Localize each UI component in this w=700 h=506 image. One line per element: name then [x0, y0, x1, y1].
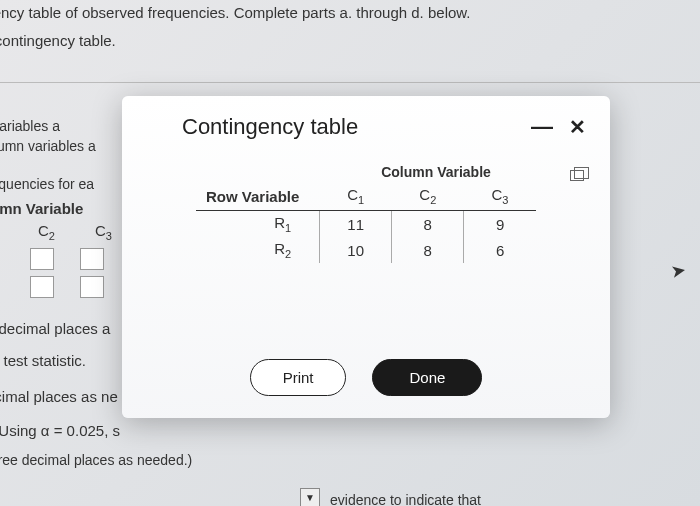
bg-fragment: o decimal places a	[0, 320, 110, 337]
bg-alpha-line: . Using α = 0.025, s	[0, 422, 120, 439]
col-header-c2: C2	[392, 182, 464, 211]
bg-answer-input[interactable]	[80, 276, 104, 298]
bg-fragment: re test statistic.	[0, 352, 86, 369]
column-variable-header: Column Variable	[196, 164, 536, 182]
col-header-c1: C1	[320, 182, 392, 211]
cell-r1-c1: 11	[320, 211, 392, 238]
bg-answer-input[interactable]	[30, 248, 54, 270]
contingency-table-modal: Contingency table — ✕ Column Variable Ro…	[122, 96, 610, 418]
modal-button-row: Print Done	[122, 359, 610, 396]
bg-fragment: ecimal places as ne	[0, 388, 118, 405]
copy-icon[interactable]	[570, 170, 584, 181]
modal-header: Contingency table — ✕	[146, 114, 586, 140]
cell-r2-c1: 10	[320, 237, 392, 263]
print-button[interactable]: Print	[250, 359, 347, 396]
bg-fragment: iumn variables a	[0, 118, 60, 134]
cell-r1-c3: 9	[464, 211, 536, 238]
cursor-icon: ➤	[669, 259, 688, 283]
bg-fragment: frequencies for ea	[0, 176, 94, 192]
bg-evidence-text: evidence to indicate that	[330, 492, 481, 506]
bg-fragment: three decimal places as needed.)	[0, 452, 192, 468]
cell-r1-c2: 8	[392, 211, 464, 238]
bg-answer-input[interactable]	[30, 276, 54, 298]
modal-title: Contingency table	[182, 114, 358, 140]
bg-fragment: olumn variables a	[0, 138, 96, 154]
done-button[interactable]: Done	[372, 359, 482, 396]
bg-col-label-c3: C3	[95, 222, 112, 242]
close-icon[interactable]: ✕	[569, 115, 586, 139]
bg-problem-line: he contingency table.	[0, 32, 116, 49]
col-header-c3: C3	[464, 182, 536, 211]
row-variable-header: Row Variable	[196, 182, 320, 211]
divider	[0, 82, 700, 83]
bg-col-label-c2: C2	[38, 222, 55, 242]
contingency-table: Column Variable Row Variable C1 C2 C3 R1…	[196, 164, 536, 263]
bg-umn-variable: umn Variable	[0, 200, 83, 217]
bg-problem-line: ngency table of observed frequencies. Co…	[0, 4, 470, 21]
evidence-dropdown[interactable]: ▼	[300, 488, 320, 506]
minimize-icon[interactable]: —	[531, 122, 553, 132]
cell-r2-c3: 6	[464, 237, 536, 263]
cell-r2-c2: 8	[392, 237, 464, 263]
row-label-r2: R2	[196, 237, 320, 263]
bg-answer-input[interactable]	[80, 248, 104, 270]
row-label-r1: R1	[196, 211, 320, 238]
